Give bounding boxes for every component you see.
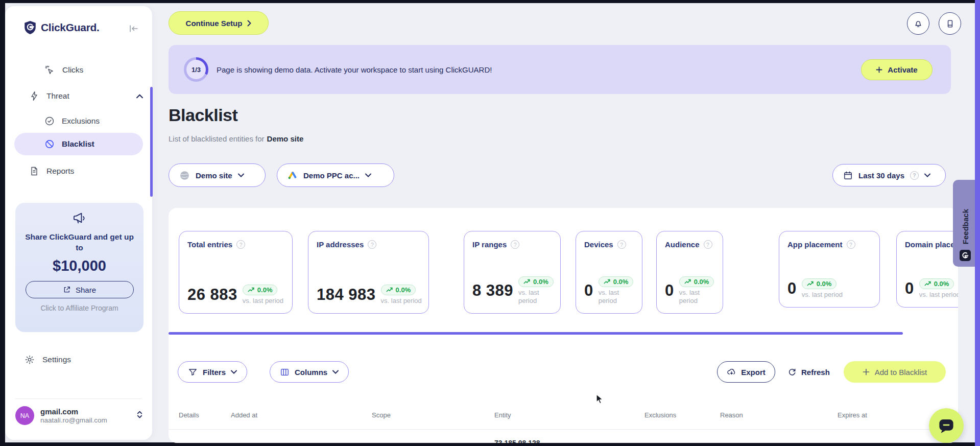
brand-logo[interactable]: ClickGuard.	[23, 20, 100, 35]
stat-title: App placement	[787, 240, 843, 249]
delta-value: 0.0%	[257, 286, 273, 294]
collapse-sidebar-button[interactable]	[129, 25, 139, 35]
help-icon: ?	[910, 171, 919, 180]
collapse-arrow-icon	[129, 25, 139, 33]
chevron-up-icon	[136, 94, 143, 99]
sidebar-item-exclusions[interactable]: Exclusions	[44, 110, 100, 132]
refresh-label: Refresh	[801, 368, 830, 377]
help-icon: ?	[617, 240, 626, 249]
docs-button[interactable]	[939, 12, 961, 35]
ppc-account-value: Demo PPC ac...	[303, 171, 360, 180]
add-to-blacklist-button[interactable]: Add to Blacklist	[844, 361, 946, 383]
column-header-entity[interactable]: Entity	[494, 411, 511, 419]
stat-caption: vs. last period	[518, 289, 556, 305]
share-button[interactable]: Share	[26, 281, 134, 298]
column-header-details[interactable]: Details	[179, 411, 199, 419]
activate-button[interactable]: Activate	[861, 59, 933, 80]
help-icon: ?	[511, 240, 519, 249]
ppc-account-selector[interactable]: Demo PPC ac...	[277, 163, 394, 187]
megaphone-icon	[72, 211, 87, 225]
chevron-down-icon	[365, 173, 371, 177]
sidebar-scrollbar[interactable]	[150, 87, 153, 197]
chevron-down-icon	[238, 173, 244, 177]
site-selector-value: Demo site	[196, 171, 232, 180]
feedback-tab[interactable]: Feedback	[953, 180, 977, 267]
stat-card-app-placement: App placement? 0 0.0% vs. last period	[779, 231, 880, 308]
stat-title: Devices	[584, 240, 613, 249]
plus-icon	[863, 368, 870, 375]
account-name: gmail.com	[40, 407, 107, 416]
row-entity-value: 73.185.98.128	[494, 439, 540, 443]
stat-value: 0	[665, 281, 674, 300]
column-header-scope[interactable]: Scope	[372, 411, 391, 419]
column-header-added-at[interactable]: Added at	[231, 411, 257, 419]
stat-value: 0	[905, 279, 914, 298]
trend-up-icon	[386, 287, 393, 293]
sidebar-item-threat[interactable]: Threat	[29, 85, 143, 107]
delta-value: 0.0%	[533, 278, 548, 286]
account-switcher[interactable]: NA gmail.com naatali.ro@gmail.com	[15, 406, 143, 425]
stat-caption: vs. last period	[802, 291, 843, 299]
feedback-app-icon	[959, 249, 971, 262]
stat-caption: vs. last period	[381, 297, 422, 305]
column-header-expires-at[interactable]: Expires at	[838, 411, 867, 419]
sidebar-item-label: Exclusions	[62, 116, 100, 126]
stat-caption: vs. last period	[599, 289, 638, 305]
date-range-selector[interactable]: Last 30 days ?	[832, 164, 946, 186]
gear-icon	[25, 355, 35, 365]
sidebar-item-label: Threat	[46, 91, 69, 101]
help-icon: ?	[704, 240, 712, 249]
refresh-button[interactable]: Refresh	[787, 361, 830, 383]
funnel-icon	[188, 367, 198, 377]
demo-data-banner: 1/3 Page is showing demo data. Activate …	[169, 45, 951, 94]
export-button[interactable]: Export	[717, 361, 775, 383]
sidebar-item-reports[interactable]: Reports	[29, 160, 74, 182]
sidebar-item-blacklist-active[interactable]: Blacklist	[14, 133, 143, 155]
stat-value: 26 883	[187, 286, 237, 304]
cloud-download-icon	[727, 367, 736, 377]
stat-value: 0	[787, 279, 797, 298]
delta-value: 0.0%	[613, 278, 629, 286]
banner-message: Page is showing demo data. Activate your…	[217, 45, 492, 94]
share-button-label: Share	[76, 286, 96, 294]
column-header-exclusions[interactable]: Exclusions	[644, 411, 676, 419]
column-header-reason[interactable]: Reason	[720, 411, 743, 419]
continue-setup-button[interactable]: Continue Setup	[169, 11, 269, 35]
trend-up-icon	[807, 281, 814, 287]
filters-dropdown[interactable]: Filters	[178, 361, 247, 383]
page-vertical-scrollbar[interactable]	[975, 0, 980, 446]
sidebar-item-settings[interactable]: Settings	[25, 355, 71, 365]
affiliate-promo-card[interactable]: Share ClickGuard and get up to $10,000 S…	[15, 203, 144, 332]
app-window: ClickGuard. Clicks Threat Exclusions Bla…	[0, 0, 980, 446]
settings-label: Settings	[42, 355, 71, 364]
chat-widget-button[interactable]	[929, 408, 964, 443]
site-selector[interactable]: Demo site	[169, 163, 266, 187]
columns-icon	[280, 367, 290, 377]
delta-value: 0.0%	[694, 278, 709, 286]
chevron-down-icon	[332, 370, 339, 374]
columns-dropdown[interactable]: Columns	[270, 361, 349, 383]
block-icon	[44, 139, 55, 149]
filters-label: Filters	[203, 368, 226, 377]
setup-progress-value: 1/3	[186, 60, 206, 79]
cards-horizontal-scrollbar[interactable]	[169, 332, 903, 335]
stat-title: IP ranges	[472, 240, 507, 249]
trend-up-icon	[924, 281, 931, 287]
chat-bubble-icon	[938, 417, 955, 434]
promo-amount: $10,000	[15, 257, 144, 274]
account-email: naatali.ro@gmail.com	[40, 416, 107, 424]
sidebar-item-label: Blacklist	[62, 139, 94, 149]
notifications-button[interactable]	[907, 12, 929, 35]
add-to-blacklist-label: Add to Blacklist	[875, 368, 927, 377]
stat-value: 0	[584, 281, 593, 300]
delta-value: 0.0%	[396, 286, 411, 294]
subtitle-prefix: List of blacklisted entities for	[169, 134, 265, 143]
stat-title: Audience	[665, 240, 700, 249]
chevron-up-down-icon	[136, 410, 143, 421]
stat-card-ip-addresses: IP addresses? 184 983 0.0% vs. last peri…	[308, 231, 429, 314]
stat-card-audience: Audience? 0 0.0% vs. last period	[656, 231, 723, 314]
sidebar-item-clicks[interactable]: Clicks	[44, 59, 83, 81]
stat-card-ip-ranges: IP ranges? 8 389 0.0% vs. last period	[464, 231, 561, 314]
delta-badge: 0.0%	[381, 285, 416, 295]
feedback-label: Feedback	[961, 209, 970, 244]
